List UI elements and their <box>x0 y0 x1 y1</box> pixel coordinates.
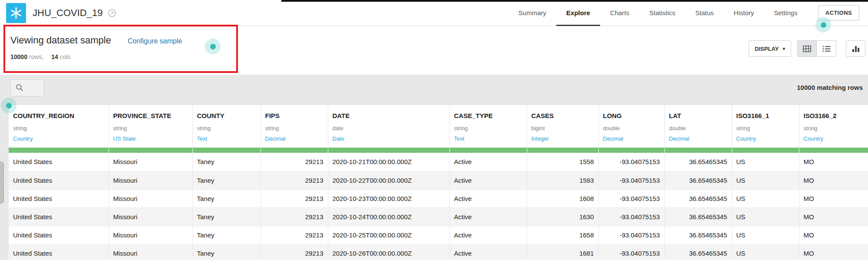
cell-county[interactable]: Taney <box>192 207 261 226</box>
quality-bar-segment[interactable] <box>261 148 328 153</box>
cell-date[interactable]: 2020-10-26T00:00:00.000Z <box>328 244 449 260</box>
cell-date[interactable]: 2020-10-25T00:00:00.000Z <box>328 226 449 244</box>
cell-county[interactable]: Taney <box>192 226 261 244</box>
cell-iso3166_1[interactable]: US <box>732 207 799 226</box>
nav-tab-statistics[interactable]: Statistics <box>639 0 685 26</box>
configure-sample-link[interactable]: Configure sample <box>128 37 182 45</box>
cell-long[interactable]: -93.04075153 <box>598 153 664 171</box>
column-meaning[interactable]: Text <box>197 135 256 142</box>
column-meaning[interactable]: US State <box>113 135 188 142</box>
column-header-cases[interactable]: CASESbigintInteger <box>527 105 598 148</box>
nav-tab-summary[interactable]: Summary <box>508 0 556 26</box>
search-input[interactable] <box>10 79 44 96</box>
cell-cases[interactable]: 1658 <box>527 226 598 244</box>
cell-iso3166_1[interactable]: US <box>732 226 799 244</box>
quality-bar-segment[interactable] <box>9 148 109 153</box>
cell-cases[interactable]: 1681 <box>527 244 598 260</box>
quality-bar-segment[interactable] <box>328 148 449 153</box>
column-header-long[interactable]: LONGdoubleDecimal <box>598 105 664 148</box>
cell-county[interactable]: Taney <box>192 189 261 207</box>
column-header-iso3166_1[interactable]: ISO3166_1stringCountry <box>732 105 799 148</box>
column-meaning[interactable]: Decimal <box>669 135 727 142</box>
cell-country_region[interactable]: United States <box>9 207 109 226</box>
cell-cases[interactable]: 1558 <box>527 153 598 171</box>
cell-date[interactable]: 2020-10-21T00:00:00.000Z <box>328 153 449 171</box>
cell-lat[interactable]: 36.65465345 <box>664 171 732 189</box>
cell-fips[interactable]: 29213 <box>261 189 328 207</box>
cell-county[interactable]: Taney <box>192 153 261 171</box>
cell-iso3166_1[interactable]: US <box>732 189 799 207</box>
column-header-case_type[interactable]: CASE_TYPEstringText <box>449 105 527 148</box>
cell-long[interactable]: -93.04075153 <box>598 171 664 189</box>
column-meaning[interactable]: Country <box>736 135 795 142</box>
column-meaning[interactable]: Country <box>13 135 104 142</box>
cell-county[interactable]: Taney <box>192 171 261 189</box>
cell-lat[interactable]: 36.65465345 <box>664 189 732 207</box>
quality-bar-segment[interactable] <box>664 148 732 153</box>
quality-bar-segment[interactable] <box>109 148 192 153</box>
column-meaning[interactable]: Integer <box>531 135 594 142</box>
cell-iso3166_1[interactable]: US <box>732 153 799 171</box>
cell-case_type[interactable]: Active <box>449 171 527 189</box>
column-header-county[interactable]: COUNTYstringText <box>192 105 261 148</box>
cell-iso3166_1[interactable]: US <box>732 244 799 260</box>
column-meaning[interactable]: Text <box>454 135 522 142</box>
cell-lat[interactable]: 36.65465345 <box>664 153 732 171</box>
cell-fips[interactable]: 29213 <box>261 153 328 171</box>
cell-case_type[interactable]: Active <box>449 207 527 226</box>
cell-iso3166_2[interactable]: MO <box>799 244 868 260</box>
cell-iso3166_2[interactable]: MO <box>799 189 868 207</box>
cell-lat[interactable]: 36.65465345 <box>664 226 732 244</box>
cell-fips[interactable]: 29213 <box>261 171 328 189</box>
cell-country_region[interactable]: United States <box>9 153 109 171</box>
cell-case_type[interactable]: Active <box>449 226 527 244</box>
cell-date[interactable]: 2020-10-24T00:00:00.000Z <box>328 207 449 226</box>
cell-lat[interactable]: 36.65465345 <box>664 207 732 226</box>
nav-tab-explore[interactable]: Explore <box>556 0 600 26</box>
cell-province_state[interactable]: Missouri <box>109 207 192 226</box>
cell-iso3166_2[interactable]: MO <box>799 153 868 171</box>
cell-province_state[interactable]: Missouri <box>109 189 192 207</box>
cell-case_type[interactable]: Active <box>449 153 527 171</box>
cell-fips[interactable]: 29213 <box>261 226 328 244</box>
table-view-button[interactable] <box>797 40 817 57</box>
column-header-date[interactable]: DATEdateDate <box>328 105 449 148</box>
nav-tab-charts[interactable]: Charts <box>600 0 639 26</box>
cell-fips[interactable]: 29213 <box>261 207 328 226</box>
cell-long[interactable]: -93.04075153 <box>598 226 664 244</box>
nav-tab-history[interactable]: History <box>724 0 764 26</box>
cell-country_region[interactable]: United States <box>9 226 109 244</box>
cell-country_region[interactable]: United States <box>9 189 109 207</box>
cell-lat[interactable]: 36.65465345 <box>664 244 732 260</box>
cell-iso3166_2[interactable]: MO <box>799 207 868 226</box>
cell-iso3166_1[interactable]: US <box>732 171 799 189</box>
cell-province_state[interactable]: Missouri <box>109 171 192 189</box>
quality-bar-segment[interactable] <box>598 148 664 153</box>
column-header-country_region[interactable]: COUNTRY_REGIONstringCountry <box>9 105 109 148</box>
cell-country_region[interactable]: United States <box>9 244 109 260</box>
column-meaning[interactable]: Date <box>333 135 445 142</box>
cell-province_state[interactable]: Missouri <box>109 226 192 244</box>
cell-cases[interactable]: 1630 <box>527 207 598 226</box>
list-view-button[interactable] <box>817 40 836 57</box>
cell-county[interactable]: Taney <box>192 244 261 260</box>
cell-long[interactable]: -93.04075153 <box>598 244 664 260</box>
column-header-fips[interactable]: FIPSstringDecimal <box>261 105 328 148</box>
quality-bar-segment[interactable] <box>192 148 261 153</box>
column-meaning[interactable]: Decimal <box>603 135 660 142</box>
cell-province_state[interactable]: Missouri <box>109 244 192 260</box>
column-meaning[interactable]: Country <box>804 135 864 142</box>
cell-province_state[interactable]: Missouri <box>109 153 192 171</box>
cell-cases[interactable]: 1608 <box>527 189 598 207</box>
column-stats-button[interactable] <box>846 40 865 57</box>
quality-bar-segment[interactable] <box>449 148 527 153</box>
nav-tab-settings[interactable]: Settings <box>764 0 807 26</box>
column-header-province_state[interactable]: PROVINCE_STATEstringUS State <box>109 105 192 148</box>
cell-date[interactable]: 2020-10-23T00:00:00.000Z <box>328 189 449 207</box>
cell-date[interactable]: 2020-10-22T00:00:00.000Z <box>328 171 449 189</box>
cell-long[interactable]: -93.04075153 <box>598 207 664 226</box>
column-meaning[interactable]: Decimal <box>265 135 323 142</box>
cell-case_type[interactable]: Active <box>449 189 527 207</box>
quality-bar-segment[interactable] <box>732 148 799 153</box>
open-dataset-icon[interactable] <box>108 9 116 17</box>
